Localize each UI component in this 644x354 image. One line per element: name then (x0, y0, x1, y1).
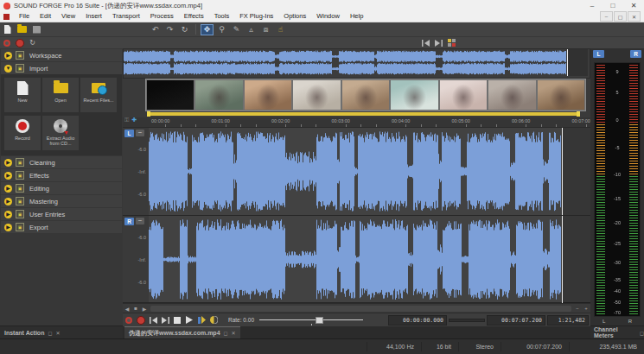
mdi-restore-icon[interactable]: ▢ (614, 11, 627, 22)
magnify-tool-button[interactable]: ⚲ (215, 24, 228, 35)
meter-display[interactable]: 950-5-10-15-20-25-30-35-40-50-70 (594, 62, 641, 317)
scrollbar-track[interactable] (150, 306, 571, 312)
sidebar-section-effects[interactable]: ▶▣Effects (1, 169, 122, 181)
loop-region[interactable] (149, 112, 578, 116)
pencil-tool-button[interactable]: ✎ (230, 24, 243, 35)
record-button[interactable] (14, 38, 25, 47)
meter-left-badge[interactable]: L (593, 50, 604, 58)
sidebar-section-workspace[interactable]: ▶▣Workspace (1, 49, 122, 61)
rate-slider-handle[interactable] (316, 317, 323, 324)
new-file-button[interactable] (1, 24, 14, 35)
menu-item-tools[interactable]: Tools (209, 11, 235, 22)
waveform-overview[interactable] (123, 48, 590, 79)
go-to-end-button[interactable] (433, 38, 444, 47)
scroll-left-icon[interactable]: ◀ (123, 306, 131, 312)
video-thumbnail[interactable] (195, 80, 242, 110)
mdi-minimize-icon[interactable]: – (600, 11, 613, 22)
close-icon[interactable]: ✕ (623, 0, 644, 11)
zoom-in-icon[interactable]: + (582, 306, 590, 311)
mdi-close-icon[interactable]: ✕ (628, 11, 641, 22)
meter-right-badge[interactable]: R (630, 50, 641, 58)
menu-item-options[interactable]: Options (278, 11, 311, 22)
play-button[interactable] (183, 314, 195, 326)
repeat-button[interactable]: ↻ (178, 24, 191, 35)
video-thumbnail-strip[interactable] (145, 79, 586, 111)
document-tab[interactable]: 伪递的安详www.ssdax.com.mp4 ◻ ✕ (124, 326, 240, 338)
menu-item-edit[interactable]: Edit (35, 11, 56, 22)
snap-marker-icon[interactable]: ✚ (131, 117, 137, 123)
redo-button[interactable]: ↷ (163, 24, 176, 35)
float-window-icon[interactable]: ◻ (48, 330, 52, 336)
snapping-tool-button[interactable]: ☝ (274, 24, 287, 35)
scroll-box-icon[interactable]: ■ (131, 306, 140, 311)
video-thumbnail[interactable] (488, 80, 535, 110)
waveform-area-r[interactable] (149, 216, 590, 303)
instant-action-tab[interactable]: Instant Action ◻ ✕ (0, 326, 123, 338)
record-button[interactable] (135, 314, 147, 326)
go-to-end-button[interactable] (159, 314, 171, 326)
loop-region-bar[interactable] (123, 111, 590, 117)
menu-item-insert[interactable]: Insert (80, 11, 107, 22)
waveform-area-l[interactable] (149, 128, 590, 215)
video-thumbnail[interactable] (245, 80, 291, 110)
go-to-start-button[interactable] (420, 38, 431, 47)
menu-item-view[interactable]: View (56, 11, 80, 22)
channel-badge-l[interactable]: L (124, 130, 134, 137)
envelope-tool-button[interactable]: ▵ (245, 24, 258, 35)
menu-item-file[interactable]: File (14, 11, 35, 22)
close-panel-icon[interactable]: ✕ (55, 330, 60, 336)
record-remote-button[interactable] (123, 314, 135, 326)
go-to-start-button[interactable] (147, 314, 159, 326)
stop-button[interactable] (171, 314, 183, 326)
video-thumbnail[interactable] (342, 80, 389, 110)
zoom-out-icon[interactable]: − (573, 306, 582, 311)
menu-item-process[interactable]: Process (145, 11, 179, 22)
undo-button[interactable]: ↶ (149, 24, 162, 35)
sidebar-section-cleaning[interactable]: ▶▣Cleaning (1, 156, 122, 168)
marker-grid-button[interactable] (446, 38, 457, 47)
scroll-right-icon[interactable]: ▶ (140, 306, 149, 312)
video-thumbnail[interactable] (147, 80, 194, 110)
open-file-button[interactable] (16, 24, 29, 35)
waveform-canvas[interactable] (149, 216, 590, 303)
sidebar-section-mastering[interactable]: ▶▣Mastering (1, 195, 122, 207)
import-action-recent[interactable]: Recent Files... (80, 78, 117, 112)
lock-icon[interactable]: ⚿ (124, 117, 129, 123)
import-action-new[interactable]: New (4, 78, 41, 112)
channel-minimize-icon[interactable]: – (136, 130, 144, 136)
import-action-open[interactable]: Open (42, 78, 79, 112)
event-tool-button[interactable]: ⧈ (259, 24, 272, 35)
close-tab-icon[interactable]: ✕ (232, 330, 236, 336)
channel-badge-r[interactable]: R (124, 218, 134, 225)
menu-item-effects[interactable]: Effects (179, 11, 209, 22)
import-action-record[interactable]: Record (4, 116, 41, 150)
save-file-button[interactable] (30, 24, 43, 35)
record-remote-button[interactable] (1, 38, 12, 47)
maximize-icon[interactable]: □ (603, 0, 623, 11)
video-thumbnail[interactable] (440, 80, 487, 110)
sidebar-section-export[interactable]: ▶▣Export (1, 221, 122, 233)
channel-minimize-icon[interactable]: – (136, 218, 144, 224)
loop-playback-button[interactable]: ↻ (27, 38, 38, 47)
play-plugin-chain-button[interactable] (195, 314, 207, 326)
import-action-cd[interactable]: Extract Audio from CD... (42, 116, 79, 150)
menu-item-window[interactable]: Window (311, 11, 345, 22)
menu-item-help[interactable]: Help (345, 11, 368, 22)
video-thumbnail[interactable] (293, 80, 340, 110)
sidebar-section-import[interactable]: ▼▣Import (1, 62, 122, 74)
loop-end-handle[interactable] (577, 111, 580, 117)
channel-meters-tab[interactable]: Channel Meters ◻ (590, 326, 644, 338)
loop-playback-button[interactable] (207, 314, 220, 326)
time-ruler[interactable]: ⚿ ✚ 00:00:0000:01:0000:02:0000:03:0000:0… (123, 117, 590, 128)
video-thumbnail[interactable] (391, 80, 437, 110)
horizontal-scrollbar[interactable]: ◀ ■ ▶ − + (123, 303, 590, 313)
menu-item-fxplugins[interactable]: FX Plug-Ins (234, 11, 278, 22)
edit-tool-button[interactable]: ✥ (201, 24, 214, 35)
menu-item-transport[interactable]: Transport (107, 11, 145, 22)
float-window-icon[interactable]: ◻ (224, 330, 228, 336)
rate-slider[interactable] (259, 315, 363, 326)
sidebar-section-user-entries[interactable]: ▶▣User Entries (1, 208, 122, 220)
waveform-canvas[interactable] (149, 128, 590, 215)
float-window-icon[interactable]: ◻ (640, 330, 644, 336)
overview-waveform-canvas[interactable] (124, 49, 588, 76)
